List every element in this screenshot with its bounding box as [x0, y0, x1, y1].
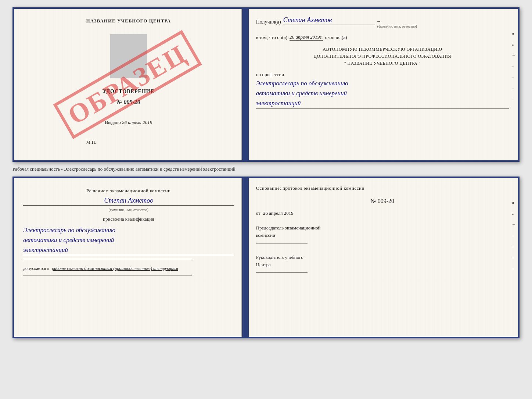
- bottom-right-page: и а ← – – – – Основание: протокол экзаме…: [249, 178, 518, 337]
- predsedatel-sig-line: [256, 243, 308, 243]
- sig-line-dopusk: [23, 275, 192, 275]
- qual-line3: электростанций: [23, 245, 234, 255]
- org-line3: " НАЗВАНИЕ УЧЕБНОГО ЦЕНТРА ": [256, 60, 509, 67]
- dopusk-prefix: допускается к: [23, 266, 49, 271]
- udost-label: УДОСТОВЕРЕНИЕ: [103, 89, 154, 95]
- protocol-date-value: 26 апреля 2019: [263, 210, 294, 216]
- qualification-text: Электрослесарь по обслуживанию автоматик…: [23, 225, 234, 256]
- vydano-date: 26 апреля 2019: [122, 120, 152, 125]
- org-line2: ДОПОЛНИТЕЛЬНОГО ПРОФЕССИОНАЛЬНОГО ОБРАЗО…: [256, 53, 509, 60]
- prof-line2: автоматики и средств измерений: [256, 88, 509, 98]
- protocol-date-row: от 26 апреля 2019: [256, 210, 509, 216]
- rukovoditel-block: Руководитель учебного Центра: [256, 254, 509, 273]
- okonchil-label: окончил(а): [325, 35, 347, 40]
- poluchil-row: Получил(а) Степан Ахметов –: [256, 16, 509, 25]
- predsedatel-line2: комиссии: [256, 232, 509, 239]
- photo-placeholder: [110, 34, 147, 78]
- ot-label: от: [256, 210, 260, 216]
- spine: [242, 9, 249, 160]
- dopusk-text: работе согласно должностным (производств…: [52, 266, 178, 271]
- specialty-label: Рабочая специальность - Электрослесарь п…: [12, 165, 520, 174]
- left-page: НАЗВАНИЕ УЧЕБНОГО ЦЕНТРА УДОСТОВЕРЕНИЕ №…: [14, 9, 242, 160]
- vtom-date: 26 апреля 2019г.: [290, 34, 323, 41]
- top-document: НАЗВАНИЕ УЧЕБНОГО ЦЕНТРА УДОСТОВЕРЕНИЕ №…: [12, 7, 520, 162]
- bottom-left-page: Решением экзаменационной комиссии Степан…: [14, 178, 242, 337]
- resheniem-title: Решением экзаменационной комиссии: [23, 187, 234, 195]
- bottom-right-side-marks: и а ← – – – –: [512, 200, 516, 271]
- school-title-top: НАЗВАНИЕ УЧЕБНОГО ЦЕНТРА: [86, 18, 171, 24]
- predsedatel-block: Председатель экзаменационной комиссии: [256, 224, 509, 243]
- bottom-document: Решением экзаменационной комиссии Степан…: [12, 177, 520, 338]
- rukovoditel-line2: Центра: [256, 261, 509, 268]
- right-page-top: и а ← – – – – Получил(а) Степан Ахметов …: [249, 9, 518, 160]
- osnovanie-title: Основание: протокол экзаменационной коми…: [256, 185, 509, 191]
- poluchil-label: Получил(а): [256, 19, 281, 25]
- udost-number: № 009-20: [117, 99, 140, 106]
- qual-line2: автоматики и средств измерений: [23, 235, 234, 245]
- vydano-label: Выдано: [105, 120, 121, 125]
- spine-bottom: [242, 178, 249, 337]
- vtom-row: в том, что он(а) 26 апреля 2019г. окончи…: [256, 34, 509, 41]
- po-professii-label: по профессии: [256, 72, 509, 78]
- prisvoena-label: присвоена квалификация: [23, 216, 234, 222]
- protocol-number: № 009-20: [256, 198, 509, 204]
- rukovoditel-sig-line: [256, 272, 308, 273]
- poluchil-name: Степан Ахметов: [283, 16, 375, 25]
- qual-line1: Электрослесарь по обслуживанию: [23, 225, 234, 235]
- prof-line3: электростанций: [256, 98, 509, 108]
- org-block: АВТОНОМНУЮ НЕКОММЕРЧЕСКУЮ ОРГАНИЗАЦИЮ ДО…: [256, 46, 509, 67]
- vydano-row: Выдано 26 апреля 2019: [105, 120, 152, 125]
- org-line1: АВТОНОМНУЮ НЕКОММЕРЧЕСКУЮ ОРГАНИЗАЦИЮ: [256, 46, 509, 53]
- rukovoditel-line1: Руководитель учебного: [256, 254, 509, 261]
- right-side-marks: и а ← – – – –: [512, 31, 516, 101]
- vtom-label: в том, что он(а): [256, 35, 288, 40]
- prof-line1: Электрослесарь по обслуживанию: [256, 78, 509, 88]
- predsedatel-line1: Председатель экзаменационной: [256, 224, 509, 232]
- dopuskaetsya-row: допускается к работе согласно должностны…: [23, 266, 234, 271]
- sig-line-qual: [23, 259, 192, 259]
- exam-fio-subtitle: (фамилия, имя, отчество): [23, 208, 234, 212]
- mp-label: М.П.: [86, 139, 96, 145]
- profession-text: Электрослесарь по обслуживанию автоматик…: [256, 78, 509, 109]
- exam-name: Степан Ахметов: [23, 197, 234, 206]
